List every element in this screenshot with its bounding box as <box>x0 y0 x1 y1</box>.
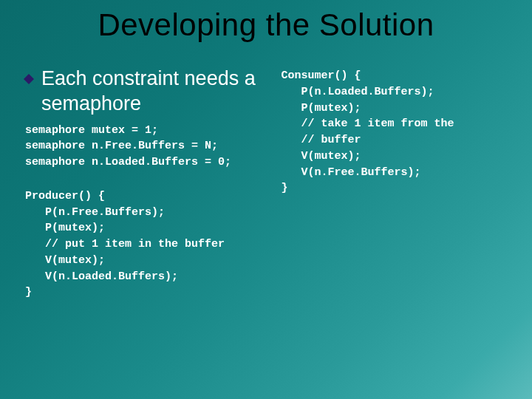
svg-marker-0 <box>24 74 34 84</box>
bullet-text: Each constraint needs a semaphore <box>41 66 269 117</box>
slide-title: Developing the Solution <box>0 7 532 43</box>
code-producer: Producer() { P(n.Free.Buffers); P(mutex)… <box>25 188 269 301</box>
code-line: V(mutex); <box>25 254 105 267</box>
code-line: P(n.Free.Buffers); <box>25 206 165 219</box>
code-line: V(n.Free.Buffers); <box>281 166 420 179</box>
code-line: P(mutex); <box>25 222 105 234</box>
code-line: semaphore n.Loaded.Buffers = 0; <box>25 156 231 168</box>
code-consumer: Consumer() { P(n.Loaded.Buffers); P(mute… <box>281 68 517 197</box>
code-line: Producer() { <box>25 190 105 202</box>
code-line: // put 1 item in the buffer <box>25 238 225 250</box>
code-line: // take 1 item from the <box>281 117 454 130</box>
code-line: } <box>25 286 32 299</box>
slide-content: Each constraint needs a semaphore semaph… <box>0 66 532 399</box>
code-declarations: semaphore mutex = 1; semaphore n.Free.Bu… <box>25 123 269 171</box>
code-line: semaphore mutex = 1; <box>25 124 158 137</box>
code-line: P(n.Loaded.Buffers); <box>281 86 434 98</box>
code-line: Consumer() { <box>281 69 361 82</box>
left-column: Each constraint needs a semaphore semaph… <box>0 66 276 399</box>
code-line: V(n.Loaded.Buffers); <box>25 270 178 283</box>
code-line: V(mutex); <box>281 150 361 163</box>
code-line: // buffer <box>281 134 361 146</box>
code-line: P(mutex); <box>281 102 361 115</box>
bullet-item: Each constraint needs a semaphore <box>24 66 269 117</box>
right-column: Consumer() { P(n.Loaded.Buffers); P(mute… <box>276 66 532 399</box>
code-line: } <box>281 182 287 194</box>
code-line: semaphore n.Free.Buffers = N; <box>25 140 218 152</box>
diamond-bullet-icon <box>24 74 34 84</box>
